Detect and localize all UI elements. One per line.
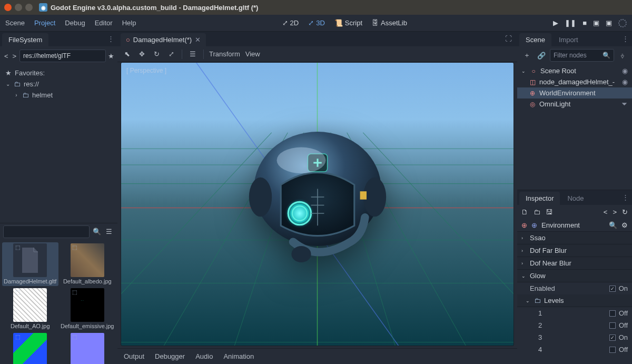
glow-levels-category[interactable]: ⌄ 🗀 Levels bbox=[517, 294, 632, 307]
bottom-debugger[interactable]: Debugger bbox=[155, 352, 185, 360]
world-environment-node-row[interactable]: ⊕ WorldEnvironment bbox=[517, 87, 632, 99]
fs-favorite-button[interactable]: ★ bbox=[108, 50, 114, 62]
bottom-animation[interactable]: Animation bbox=[223, 352, 254, 360]
file-tile-normal[interactable]: ⬚ Default_normal.jpg bbox=[60, 332, 116, 365]
settings-icon[interactable]: ⚙ bbox=[621, 221, 628, 229]
scene-root-row[interactable]: ⌄ ○ Scene Root ◉ bbox=[517, 65, 632, 76]
menu-scene[interactable]: Scene bbox=[5, 19, 25, 27]
stop-button[interactable]: ■ bbox=[582, 19, 587, 27]
fs-forward-button[interactable]: > bbox=[12, 50, 18, 62]
search-icon[interactable]: 🔍 bbox=[92, 225, 102, 238]
transform-menu[interactable]: Transform bbox=[209, 50, 240, 58]
tab-inspector[interactable]: Inspector bbox=[519, 192, 560, 205]
mode-script-button[interactable]: 📜 Script bbox=[334, 19, 362, 27]
visibility-icon[interactable]: ◉ bbox=[622, 67, 628, 75]
glow-level-2-row[interactable]: 2 Off bbox=[517, 319, 632, 331]
menu-editor[interactable]: Editor bbox=[95, 19, 113, 27]
chevron-down-icon: ⌄ bbox=[5, 81, 11, 87]
tab-scene[interactable]: Scene bbox=[519, 33, 551, 46]
rotate-tool-icon[interactable]: ↻ bbox=[151, 49, 162, 60]
add-node-button[interactable]: ＋ bbox=[520, 49, 533, 62]
bottom-output[interactable]: Output bbox=[124, 352, 144, 360]
mode-assetlib-button[interactable]: 🗄 AssetLib bbox=[372, 19, 407, 27]
view-menu[interactable]: View bbox=[245, 50, 260, 58]
fs-res-root-label: res:// bbox=[24, 80, 39, 88]
fs-path-input[interactable] bbox=[19, 50, 106, 62]
checkbox-icon[interactable] bbox=[609, 335, 616, 341]
tab-filesystem[interactable]: FileSystem bbox=[2, 33, 48, 46]
search-icon: 🔍 bbox=[603, 52, 610, 59]
select-tool-icon[interactable]: ⬉ bbox=[122, 49, 132, 60]
distraction-free-icon[interactable]: ⛶ bbox=[505, 35, 512, 43]
category-dof-far[interactable]: › Dof Far Blur bbox=[517, 244, 632, 257]
play-scene-button[interactable]: ▣ bbox=[593, 19, 599, 27]
history-back-icon[interactable]: < bbox=[604, 208, 608, 216]
checkbox-icon[interactable] bbox=[609, 286, 616, 292]
fs-favorites-row[interactable]: ★ Favorites: bbox=[5, 67, 112, 78]
history-forward-icon[interactable]: > bbox=[613, 208, 617, 216]
svg-point-27 bbox=[276, 147, 325, 173]
scale-tool-icon[interactable]: ⤢ bbox=[166, 49, 176, 60]
window-minimize-button[interactable] bbox=[15, 4, 22, 11]
omni-light-node-row[interactable]: ◎ OmniLight ⏷ bbox=[517, 99, 632, 110]
damaged-helmet-node-row[interactable]: ◫ node_damagedHelmet_- ◉ bbox=[517, 76, 632, 87]
checkbox-icon[interactable] bbox=[609, 322, 616, 329]
dock-options-icon[interactable]: ⋮ bbox=[622, 35, 629, 43]
visibility-icon[interactable]: ◉ bbox=[622, 78, 628, 86]
glow-level-1-row[interactable]: 1 Off bbox=[517, 307, 632, 319]
save-resource-icon[interactable]: 🖫 bbox=[546, 208, 552, 216]
file-tile-gltf[interactable]: ⬚ DamagedHelmet.gltf bbox=[2, 242, 58, 286]
category-ssao[interactable]: › Ssao bbox=[517, 232, 632, 244]
close-tab-icon[interactable]: ✕ bbox=[195, 36, 201, 44]
tab-node[interactable]: Node bbox=[561, 192, 590, 205]
search-icon[interactable]: 🔍 bbox=[609, 221, 617, 229]
new-resource-icon[interactable]: 🗋 bbox=[521, 208, 528, 216]
category-label: Dof Near Blur bbox=[530, 259, 571, 267]
move-tool-icon[interactable]: ✥ bbox=[136, 49, 147, 60]
glow-level-3-row[interactable]: 3 On bbox=[517, 331, 632, 343]
tab-import[interactable]: Import bbox=[552, 33, 585, 46]
fs-list-mode-button[interactable]: ☰ bbox=[104, 225, 115, 238]
fs-res-root-row[interactable]: ⌄ 🗀 res:// bbox=[5, 78, 112, 90]
visibility-icon[interactable]: ⏷ bbox=[621, 100, 628, 108]
node-label: WorldEnvironment bbox=[539, 89, 596, 97]
file-tile-metalrough[interactable]: ⬚ Default_metalRoughness.jpg bbox=[2, 332, 58, 365]
mode-2d-button[interactable]: ⤢ 2D bbox=[282, 19, 299, 27]
dock-options-icon[interactable]: ⋮ bbox=[622, 193, 629, 201]
instance-scene-button[interactable]: 🔗 bbox=[535, 49, 548, 62]
fs-helmet-folder-row[interactable]: › 🗀 helmet bbox=[5, 90, 112, 101]
menu-debug[interactable]: Debug bbox=[65, 19, 85, 27]
category-glow[interactable]: ⌄ Glow bbox=[517, 270, 632, 282]
chevron-down-icon: ⌄ bbox=[526, 298, 531, 303]
fs-back-button[interactable]: < bbox=[3, 50, 9, 62]
file-tile-emissive[interactable]: ⬚ · · Default_emissive.jpg bbox=[60, 287, 116, 331]
window-maximize-button[interactable] bbox=[25, 4, 33, 11]
checkbox-icon[interactable] bbox=[609, 347, 616, 353]
fs-search-input[interactable] bbox=[3, 225, 90, 238]
category-dof-near[interactable]: › Dof Near Blur bbox=[517, 257, 632, 270]
history-icon[interactable]: ↻ bbox=[622, 208, 628, 216]
bottom-audio[interactable]: Audio bbox=[195, 352, 213, 360]
file-tile-albedo[interactable]: ⬚ Default_albedo.jpg bbox=[60, 242, 116, 286]
mode-3d-button[interactable]: ⤢ 3D bbox=[308, 19, 325, 27]
file-tile-ao[interactable]: ⬚ Default_AO.jpg bbox=[2, 287, 58, 331]
chevron-right-icon: › bbox=[521, 261, 527, 266]
category-label: Ssao bbox=[530, 234, 546, 242]
glow-level-4-row[interactable]: 4 Off bbox=[517, 343, 632, 356]
viewport-3d[interactable]: [ Perspective ] bbox=[121, 62, 514, 346]
dock-options-icon[interactable]: ⋮ bbox=[107, 35, 114, 43]
filter-nodes-input[interactable]: Filter nodes 🔍 bbox=[550, 49, 614, 62]
load-resource-icon[interactable]: 🗀 bbox=[534, 208, 540, 216]
mode-2d-label: 2D bbox=[290, 19, 299, 27]
pause-button[interactable]: ❚❚ bbox=[565, 19, 576, 27]
scene-tree-extras-button[interactable]: ⎀ bbox=[616, 49, 629, 62]
menu-help[interactable]: Help bbox=[122, 19, 136, 27]
play-custom-scene-button[interactable]: ▣ bbox=[606, 19, 612, 27]
checkbox-icon[interactable] bbox=[609, 310, 616, 317]
menu-project[interactable]: Project bbox=[34, 19, 55, 27]
play-button[interactable]: ▶ bbox=[553, 19, 558, 27]
glow-enabled-row[interactable]: Enabled On bbox=[517, 282, 632, 294]
scene-tab[interactable]: ○ DamagedHelmet(*) ✕ bbox=[121, 33, 206, 46]
list-select-icon[interactable]: ☰ bbox=[187, 49, 198, 60]
window-close-button[interactable] bbox=[4, 4, 12, 11]
